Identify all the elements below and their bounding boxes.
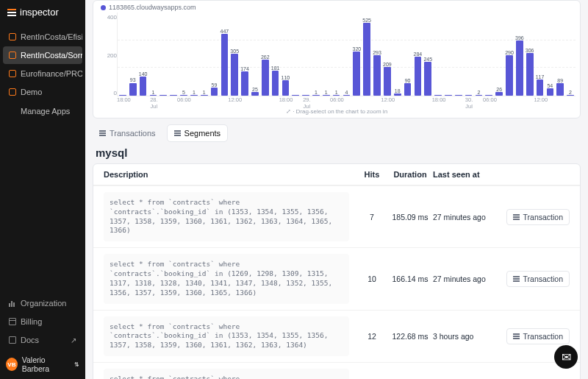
xtick <box>168 96 177 107</box>
sidebar-project[interactable]: RentInCosta/Sorr… <box>3 46 82 64</box>
bar-label: 284 <box>414 52 423 57</box>
chat-fab[interactable]: ✉ <box>554 345 578 369</box>
bar-label: 110 <box>282 75 290 80</box>
transaction-button[interactable]: Transaction <box>506 209 570 225</box>
xtick <box>344 96 354 107</box>
bar[interactable] <box>301 13 311 96</box>
bar[interactable]: 4 <box>342 13 352 96</box>
cell-last-seen: 27 minutes ago <box>433 274 503 283</box>
cell-last-seen: 27 minutes ago <box>433 213 503 222</box>
bar-label: 1 <box>152 90 155 95</box>
bar[interactable] <box>484 13 494 96</box>
sidebar-project[interactable]: Eurofinance/PROD <box>3 65 82 82</box>
bar[interactable]: 1 <box>189 13 199 96</box>
bar[interactable]: 2 <box>565 13 576 96</box>
bar[interactable]: 262 <box>260 13 270 96</box>
legend-label: 1183865.cloudwaysapps.com <box>109 4 196 11</box>
bar[interactable]: 1 <box>199 13 209 96</box>
bar[interactable]: 25 <box>250 13 260 96</box>
xtick <box>404 96 414 107</box>
sidebar-project[interactable]: Demo <box>3 83 82 101</box>
bar[interactable] <box>433 13 443 96</box>
bar-label: 1 <box>193 90 196 95</box>
tab-segments[interactable]: Segments <box>167 124 229 142</box>
bar[interactable]: 2 <box>474 13 484 96</box>
bar[interactable] <box>168 13 179 96</box>
bar[interactable]: 1 <box>321 13 331 96</box>
xtick: 29. Jul <box>302 96 312 107</box>
bar[interactable] <box>290 13 301 96</box>
bar[interactable]: 54 <box>545 13 555 96</box>
bar[interactable]: 93 <box>128 13 138 96</box>
tab-transactions[interactable]: Transactions <box>93 124 162 142</box>
cell-hits: 10 <box>356 274 387 283</box>
bar[interactable]: 209 <box>382 13 392 96</box>
bar-label: 1 <box>325 90 328 95</box>
bar[interactable]: 110 <box>281 13 291 96</box>
bar[interactable]: 5 <box>179 13 189 96</box>
bar[interactable] <box>443 13 453 96</box>
xtick <box>455 96 465 107</box>
xtick <box>395 96 404 107</box>
bar-label: 1 <box>203 90 206 95</box>
bar[interactable]: 447 <box>219 13 229 96</box>
bar[interactable]: 1 <box>311 13 321 96</box>
bar[interactable]: 245 <box>423 13 433 96</box>
bar[interactable]: 90 <box>403 13 413 96</box>
bar[interactable]: 59 <box>209 13 220 96</box>
nav-organization[interactable]: Organization <box>3 294 82 312</box>
bar[interactable]: 320 <box>351 13 362 96</box>
list-icon <box>513 276 520 282</box>
list-icon <box>99 130 106 136</box>
bar[interactable] <box>453 13 464 96</box>
bar[interactable]: 396 <box>514 13 525 96</box>
bar-label: 1 <box>335 90 338 95</box>
bar[interactable]: 140 <box>138 13 148 96</box>
bar[interactable]: 305 <box>229 13 240 96</box>
bar-label: 245 <box>423 57 432 62</box>
xtick: 18:00 <box>432 96 446 107</box>
plot-area[interactable]: 9314015115944730517425262181110111432052… <box>117 13 576 96</box>
cell-duration: 166.14 ms <box>387 274 433 283</box>
chart[interactable]: 400 200 0 931401511594473051742526218111… <box>98 13 576 107</box>
nav-docs-label: Docs <box>21 336 39 344</box>
table-header: Description Hits Duration Last seen at <box>93 164 580 185</box>
table: Description Hits Duration Last seen at s… <box>93 163 581 379</box>
nav-billing[interactable]: Billing <box>3 313 82 330</box>
sidebar-project[interactable]: RentInCosta/Efisio <box>3 28 82 46</box>
bar[interactable]: 89 <box>555 13 565 96</box>
user-row[interactable]: VB Valerio Barbera ⇅ <box>0 350 85 379</box>
bar[interactable]: 1 <box>331 13 342 96</box>
xtick <box>131 96 140 107</box>
table-row: select * from `contracts` where `contrac… <box>93 362 580 379</box>
xtick <box>219 96 229 107</box>
bar[interactable]: 525 <box>362 13 372 96</box>
bar[interactable] <box>464 13 474 96</box>
bar[interactable]: 181 <box>270 13 281 96</box>
manage-apps[interactable]: Manage Apps <box>3 102 82 120</box>
list-icon <box>513 214 520 220</box>
bar[interactable]: 1 <box>148 13 159 96</box>
bar[interactable]: 174 <box>240 13 250 96</box>
transaction-button[interactable]: Transaction <box>506 328 570 344</box>
bar-label: 209 <box>383 62 392 67</box>
nav-docs[interactable]: Docs ↗ <box>3 331 82 349</box>
bar-label: 5 <box>182 90 185 95</box>
bar[interactable]: 18 <box>392 13 403 96</box>
brand-logo[interactable]: inspector <box>0 0 85 24</box>
bar[interactable]: 117 <box>535 13 545 96</box>
bar[interactable]: 293 <box>372 13 382 96</box>
bar[interactable] <box>118 13 128 96</box>
project-icon <box>9 33 16 40</box>
bar[interactable] <box>158 13 168 96</box>
bar[interactable]: 290 <box>504 13 514 96</box>
bar[interactable]: 284 <box>412 13 423 96</box>
bar[interactable]: 306 <box>525 13 535 96</box>
transaction-button[interactable]: Transaction <box>506 271 570 287</box>
nav-billing-label: Billing <box>21 317 42 326</box>
table-row: select * from `contracts` where `contrac… <box>93 247 580 309</box>
bar[interactable]: 26 <box>494 13 504 96</box>
bar-label: 525 <box>362 18 371 23</box>
xtick <box>209 96 219 107</box>
xtick <box>473 96 483 107</box>
